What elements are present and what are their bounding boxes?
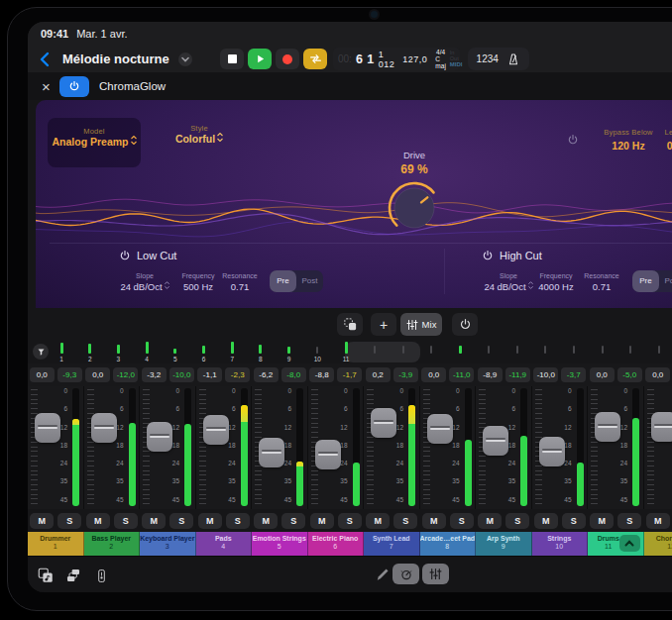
level-control[interactable]: Level 0.0 xyxy=(634,128,672,152)
bridge-tick[interactable]: 9 xyxy=(281,341,297,363)
mix-button[interactable]: Mix xyxy=(400,313,442,336)
bridge-tick[interactable] xyxy=(367,341,383,363)
bridge-tick[interactable]: 2 xyxy=(82,341,98,363)
solo-button[interactable]: S xyxy=(338,513,362,529)
fader-handle[interactable] xyxy=(651,412,672,442)
fader-handle[interactable] xyxy=(539,437,565,466)
fader-handle[interactable] xyxy=(595,412,620,442)
browser-button[interactable] xyxy=(63,566,83,585)
cycle-button[interactable] xyxy=(303,49,327,69)
fader-view-button[interactable] xyxy=(422,564,449,584)
pre-button[interactable]: Pre xyxy=(270,270,296,292)
low-cut-resonance[interactable]: Resonance 0.71 xyxy=(210,272,270,292)
bridge-tick[interactable]: 6 xyxy=(196,341,212,363)
bridge-tick[interactable] xyxy=(509,341,525,363)
plugin-power-button[interactable] xyxy=(59,76,89,97)
fader-handle[interactable] xyxy=(371,408,396,438)
fader-handle[interactable] xyxy=(427,414,453,444)
peak-value[interactable]: -5,0 xyxy=(617,367,642,382)
mute-button[interactable]: M xyxy=(142,513,166,529)
solo-button[interactable]: S xyxy=(226,513,250,529)
record-button[interactable] xyxy=(276,49,299,69)
pre-button[interactable]: Pre xyxy=(632,270,659,292)
metronome-icon[interactable] xyxy=(506,52,520,66)
bridge-tick[interactable]: 1 xyxy=(54,341,69,363)
bridge-tick[interactable] xyxy=(537,341,553,363)
stop-button[interactable] xyxy=(220,49,244,69)
post-button[interactable]: Post xyxy=(659,270,672,292)
fader-handle[interactable] xyxy=(315,440,341,469)
volume-value[interactable]: -6,2 xyxy=(254,367,279,382)
mute-button[interactable]: M xyxy=(534,513,558,529)
low-cut-power-icon[interactable] xyxy=(119,250,131,261)
mute-button[interactable]: M xyxy=(366,513,390,529)
title-menu-button[interactable] xyxy=(178,52,192,66)
fader-handle[interactable] xyxy=(203,415,229,445)
volume-value[interactable]: 0,0 xyxy=(421,367,446,382)
solo-button[interactable]: S xyxy=(114,513,138,529)
bridge-tick[interactable] xyxy=(595,341,611,363)
peak-value[interactable]: -2,3 xyxy=(225,367,250,382)
high-cut-power-icon[interactable] xyxy=(482,250,494,261)
track-name-cell[interactable]: Pads4 xyxy=(196,532,253,556)
solo-button[interactable]: S xyxy=(505,513,529,529)
mute-button[interactable]: M xyxy=(478,513,502,529)
mute-button[interactable]: M xyxy=(646,513,670,529)
mute-button[interactable]: M xyxy=(310,513,334,529)
model-selector[interactable]: Model Analog Preamp xyxy=(48,118,141,167)
fader-handle[interactable] xyxy=(483,426,508,456)
bridge-tick[interactable]: 11 xyxy=(338,341,354,363)
peak-value[interactable]: -11,9 xyxy=(505,367,530,382)
bridge-tick[interactable]: 4 xyxy=(139,341,155,363)
mute-button[interactable]: M xyxy=(86,513,110,529)
pencil-icon[interactable] xyxy=(375,567,391,582)
solo-button[interactable]: S xyxy=(617,513,641,529)
bridge-tick[interactable] xyxy=(566,341,582,363)
post-button[interactable]: Post xyxy=(296,270,323,292)
peak-value[interactable]: -11,0 xyxy=(449,367,474,382)
lcd-display[interactable]: 00: 6 1 1 012 127,0 4/4 C maj In Out MID… xyxy=(333,48,460,70)
duplicate-button[interactable] xyxy=(337,313,363,336)
drive-knob[interactable] xyxy=(383,177,446,241)
track-name-cell[interactable]: Drummer1 xyxy=(28,532,84,556)
track-name-cell[interactable]: Arcade…eet Pad8 xyxy=(420,532,477,556)
fader-handle[interactable] xyxy=(91,413,117,443)
high-cut-resonance[interactable]: Resonance 0.71 xyxy=(572,272,631,292)
fader-handle[interactable] xyxy=(147,422,172,452)
add-track-button[interactable]: + xyxy=(371,313,396,336)
expand-track-button[interactable] xyxy=(619,535,640,552)
solo-button[interactable]: S xyxy=(450,513,474,529)
volume-value[interactable]: 0,0 xyxy=(590,367,615,382)
track-name-cell[interactable]: Strings10 xyxy=(532,532,589,556)
filter-button[interactable] xyxy=(33,344,49,360)
volume-value[interactable]: -8,8 xyxy=(309,367,334,382)
fader-handle[interactable] xyxy=(35,413,60,443)
mixer-power-button[interactable] xyxy=(452,313,478,336)
track-name-cell[interactable]: Bass Player2 xyxy=(84,532,141,556)
volume-value[interactable]: -10,0 xyxy=(533,367,558,382)
knob-view-button[interactable] xyxy=(392,564,419,584)
channel-strip-button[interactable] xyxy=(91,566,111,585)
loop-browser-button[interactable] xyxy=(36,566,56,585)
volume-value[interactable]: -3,2 xyxy=(142,367,167,382)
volume-value[interactable]: 0,0 xyxy=(645,367,670,382)
track-name-cell[interactable]: Arp Synth9 xyxy=(476,532,532,556)
solo-button[interactable]: S xyxy=(169,513,193,529)
bridge-tick[interactable]: 7 xyxy=(224,341,240,363)
bridge-tick[interactable] xyxy=(651,341,667,363)
bridge-tick[interactable]: 5 xyxy=(168,341,183,363)
style-selector[interactable]: Style Colorful xyxy=(159,124,240,145)
solo-button[interactable]: S xyxy=(562,513,586,529)
bridge-tick[interactable] xyxy=(395,341,411,363)
bypass-power-icon[interactable] xyxy=(567,134,579,146)
volume-value[interactable]: 0,0 xyxy=(30,367,55,382)
count-in-button[interactable]: 1234 xyxy=(477,53,499,64)
track-name-cell[interactable]: Synth Lead7 xyxy=(364,532,420,556)
peak-value[interactable]: -12,0 xyxy=(113,367,138,382)
track-name-cell[interactable]: Chorus V12 xyxy=(644,532,672,556)
peak-value[interactable]: -8,0 xyxy=(281,367,306,382)
track-name-cell[interactable]: Keyboard Player3 xyxy=(140,532,196,556)
peak-value[interactable]: -3,9 xyxy=(393,367,418,382)
mute-button[interactable]: M xyxy=(254,513,278,529)
bridge-tick[interactable] xyxy=(423,341,439,363)
